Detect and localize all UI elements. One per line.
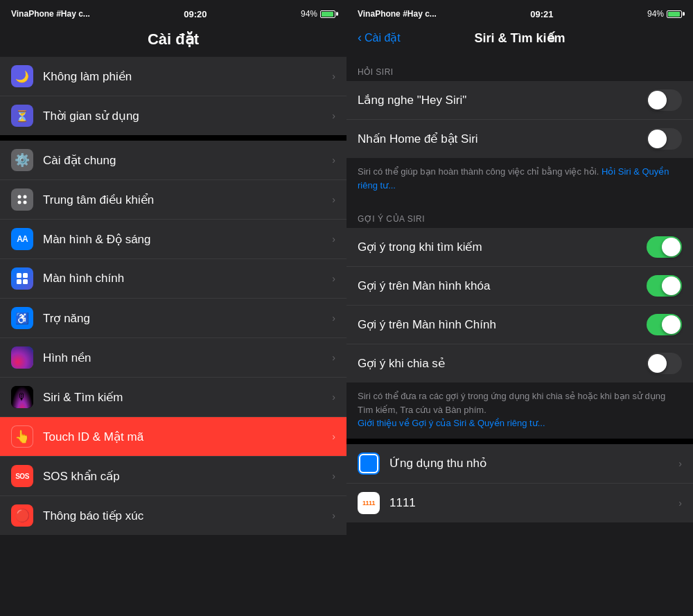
icon-cai-dat-chung: ⚙️ [11, 149, 33, 171]
settings-item-khong-lam-phien[interactable]: 🌙 Không làm phiền › [0, 57, 346, 96]
divider-1 [0, 135, 346, 141]
carrier-right: VinaPhone #Hay c... [358, 9, 437, 19]
svg-point-1 [24, 195, 27, 199]
section-goi-y: GỢI Ý CỦA SIRI [346, 200, 693, 228]
settings-item-thongbao[interactable]: 🔴 Thông báo tiếp xúc › [0, 496, 346, 535]
label-man-hinh-chinh: Màn hình chính [43, 272, 329, 285]
toggle-knob-lang-nghe [648, 91, 667, 109]
chevron-thoi-gian: › [332, 110, 335, 121]
label-thongbao: Thông báo tiếp xúc [43, 509, 329, 523]
settings-item-hinh-nen[interactable]: Hình nền › [0, 338, 346, 378]
battery-icon-right [667, 10, 682, 18]
chevron-trung-tam: › [332, 194, 335, 205]
label-man-hinh-do-sang: Màn hình & Độ sáng [43, 232, 329, 247]
label-goi-y-man-hinh-chinh: Gợi ý trên Màn hình Chính [358, 317, 647, 332]
left-header: Cài đặt [0, 25, 346, 57]
carrier-left: VinaPhone #Hay c... [11, 9, 90, 19]
toggle-item-goi-y-man-hinh-chinh[interactable]: Gợi ý trên Màn hình Chính [346, 306, 693, 344]
toggle-item-goi-y-man-hinh-khoa[interactable]: Gợi ý trên Màn hình khóa [346, 267, 693, 306]
chevron-sos: › [332, 470, 335, 482]
group1: 🌙 Không làm phiền › ⏳ Thời gian sử dụng … [0, 57, 346, 135]
right-title: Siri & Tìm kiếm [474, 30, 565, 46]
toggle-lang-nghe[interactable] [647, 89, 682, 111]
toggle-knob-goi-y-tim-kiem [662, 238, 681, 256]
chevron-tro-nang: › [332, 313, 335, 324]
svg-point-2 [18, 201, 21, 204]
svg-point-0 [18, 195, 21, 199]
label-cai-dat-chung: Cài đặt chung [43, 153, 329, 168]
label-nhan-home: Nhấn Home để bật Siri [358, 132, 647, 146]
settings-item-thoi-gian[interactable]: ⏳ Thời gian sử dụng › [0, 96, 346, 135]
settings-item-ung-dung-thu-nho[interactable]: Ứng dụng thu nhỏ › [346, 444, 693, 484]
siri-settings-list[interactable]: HỎI SIRI Lắng nghe "Hey Siri" Nhấn Home … [346, 53, 693, 616]
toggle-goi-y-chia-se[interactable] [647, 353, 682, 374]
label-khong-lam-phien: Không làm phiền [43, 69, 329, 84]
chevron-man-hinh-do-sang: › [332, 234, 335, 245]
settings-item-trung-tam[interactable]: Trung tâm điều khiển › [0, 180, 346, 220]
settings-item-siri[interactable]: 🎙 Siri & Tìm kiếm › [0, 378, 346, 417]
toggle-knob-goi-y-chia-se [648, 354, 667, 373]
icon-hinh-nen [11, 346, 33, 369]
svg-rect-5 [23, 273, 28, 278]
battery-icon-left [320, 10, 335, 18]
chevron-touchid: › [332, 431, 335, 442]
toggle-item-lang-nghe[interactable]: Lắng nghe "Hey Siri" [346, 81, 693, 120]
label-sos: SOS khẩn cấp [43, 469, 329, 484]
toggle-nhan-home[interactable] [647, 128, 682, 150]
icon-khong-lam-phien: 🌙 [11, 65, 33, 87]
icon-sos: SOS [11, 465, 33, 487]
status-bar-right: VinaPhone #Hay c... 09:21 94% [346, 0, 693, 25]
label-tro-nang: Trợ năng [43, 311, 329, 326]
label-siri: Siri & Tìm kiếm [43, 390, 329, 405]
status-bar-left: VinaPhone #Hay c... 09:20 94% [0, 0, 346, 25]
icon-siri: 🎙 [11, 386, 33, 408]
toggle-goi-y-man-hinh-khoa[interactable] [647, 275, 682, 297]
svg-rect-4 [17, 273, 21, 278]
settings-item-tro-nang[interactable]: ♿ Trợ năng › [0, 299, 346, 338]
label-goi-y-chia-se: Gợi ý khi chia sẻ [358, 356, 647, 371]
label-lang-nghe: Lắng nghe "Hey Siri" [358, 93, 647, 107]
settings-item-man-hinh-do-sang[interactable]: AA Màn hình & Độ sáng › [0, 220, 346, 259]
right-panel: VinaPhone #Hay c... 09:21 94% ‹ Cài đặt … [346, 0, 693, 616]
chevron-hinh-nen: › [332, 352, 335, 363]
label-goi-y-man-hinh-khoa: Gợi ý trên Màn hình khóa [358, 279, 647, 293]
toggle-item-goi-y-chia-se[interactable]: Gợi ý khi chia sẻ [346, 344, 693, 382]
chevron-ung-dung-thu-nho: › [678, 458, 682, 469]
toggle-item-goi-y-tim-kiem[interactable]: Gợi ý trong khi tìm kiếm [346, 228, 693, 267]
toggle-goi-y-man-hinh-chinh[interactable] [647, 314, 682, 335]
left-settings-list[interactable]: 🌙 Không làm phiền › ⏳ Thời gian sử dụng … [0, 57, 346, 616]
icon-thongbao: 🔴 [11, 504, 33, 527]
toggle-goi-y-tim-kiem[interactable] [647, 236, 682, 258]
time-right: 09:21 [530, 9, 553, 19]
icon-thoi-gian: ⏳ [11, 105, 33, 127]
settings-item-sos[interactable]: SOS SOS khẩn cấp › [0, 457, 346, 496]
icon-trung-tam [11, 188, 33, 211]
chevron-cai-dat-chung: › [332, 155, 335, 166]
section-hoi-siri: HỎI SIRI [346, 53, 693, 81]
settings-item-touchid[interactable]: 👆 Touch ID & Mật mã › [0, 417, 346, 457]
toggle-knob-goi-y-man-hinh-chinh [662, 315, 681, 334]
divider-right-1 [346, 439, 693, 444]
right-bottom-group: Ứng dụng thu nhỏ › 1111 1111 › [346, 444, 693, 522]
info-hoi-siri-text: Siri có thể giúp bạn hoàn thành công việ… [358, 166, 599, 177]
toggle-knob-nhan-home [648, 130, 667, 148]
icon-man-hinh-chinh [11, 267, 33, 290]
battery-area-left: 94% [301, 9, 335, 19]
info-goi-y-link[interactable]: Giới thiệu về Gợi ý của Siri & Quyền riê… [358, 418, 545, 428]
settings-item-1111[interactable]: 1111 1111 › [346, 484, 693, 522]
label-thoi-gian: Thời gian sử dụng [43, 109, 329, 123]
battery-area-right: 94% [647, 9, 682, 19]
toggle-item-nhan-home[interactable]: Nhấn Home để bật Siri [346, 120, 693, 158]
back-button[interactable]: ‹ Cài đặt [358, 30, 401, 45]
icon-1111: 1111 [358, 492, 380, 514]
left-title: Cài đặt [11, 30, 335, 49]
info-goi-y-text: Siri có thể đưa ra các gợi ý trong ứng d… [358, 391, 665, 415]
label-goi-y-tim-kiem: Gợi ý trong khi tìm kiếm [358, 240, 647, 254]
goi-y-group: Gợi ý trong khi tìm kiếm Gợi ý trên Màn … [346, 228, 693, 382]
settings-item-cai-dat-chung[interactable]: ⚙️ Cài đặt chung › [0, 141, 346, 180]
label-1111: 1111 [389, 496, 676, 510]
label-ung-dung-thu-nho: Ứng dụng thu nhỏ [389, 456, 676, 470]
right-header: ‹ Cài đặt Siri & Tìm kiếm [346, 25, 693, 53]
settings-item-man-hinh-chinh[interactable]: Màn hình chính › [0, 259, 346, 299]
icon-man-hinh-do-sang: AA [11, 228, 33, 250]
